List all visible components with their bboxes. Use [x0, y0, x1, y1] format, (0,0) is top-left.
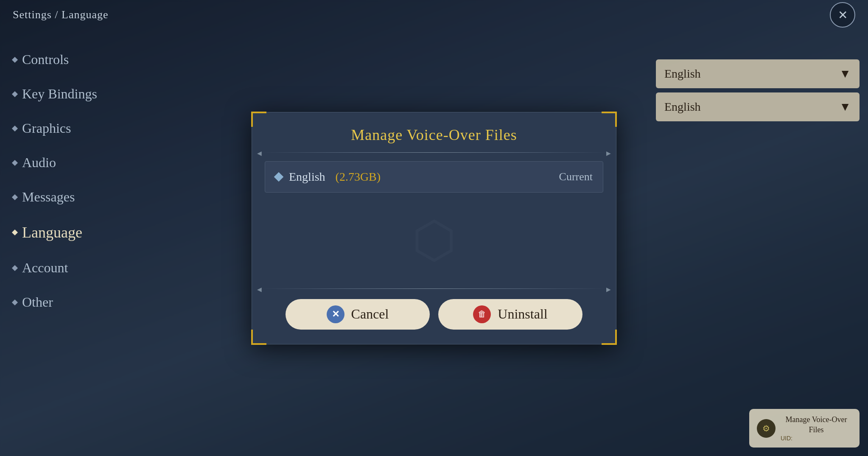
modal-title: Manage Voice-Over Files [252, 112, 616, 152]
cancel-button[interactable]: ✕ Cancel [286, 299, 430, 330]
corner-decoration-bl [251, 330, 266, 345]
arrow-right-icon: ▶ [606, 150, 611, 157]
corner-decoration-tr [602, 112, 617, 127]
voice-size: (2.73GB) [336, 170, 381, 184]
diamond-icon [274, 172, 284, 182]
voice-file-row[interactable]: English (2.73GB) Current [265, 161, 603, 193]
trash-icon: 🗑 [473, 305, 491, 323]
voice-row-left: English (2.73GB) [275, 170, 381, 184]
modal-watermark: ⬡ [412, 210, 456, 270]
manage-voice-modal: Manage Voice-Over Files ◀ ▶ ⬡ English (2… [252, 112, 616, 344]
corner-decoration-br [602, 330, 617, 345]
voice-name: English [289, 170, 325, 184]
arrow-left-icon: ◀ [257, 150, 262, 157]
modal-buttons: ✕ Cancel 🗑 Uninstall [252, 289, 616, 344]
voice-status: Current [559, 171, 593, 183]
uninstall-button[interactable]: 🗑 Uninstall [438, 299, 582, 330]
arrow-right-icon: ▶ [606, 286, 611, 293]
modal-overlay: Manage Voice-Over Files ◀ ▶ ⬡ English (2… [0, 0, 868, 456]
modal-content: ⬡ English (2.73GB) Current [252, 153, 616, 288]
modal-divider-top: ◀ ▶ [260, 152, 608, 153]
arrow-left-icon: ◀ [257, 286, 262, 293]
cancel-icon: ✕ [327, 305, 344, 323]
corner-decoration-tl [251, 112, 266, 127]
modal-divider-bottom: ◀ ▶ [260, 288, 608, 289]
